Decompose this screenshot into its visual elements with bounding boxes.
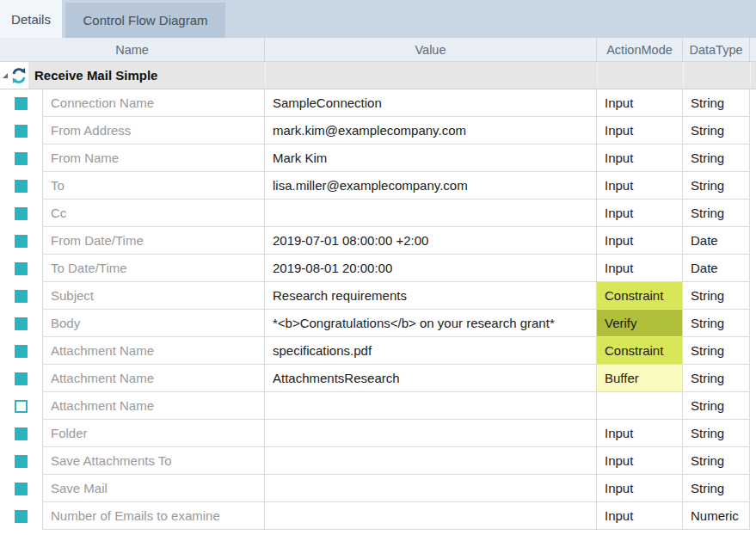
name-cell: To <box>43 172 265 200</box>
actionmode-cell[interactable]: Input <box>597 475 683 502</box>
row-checkbox[interactable] <box>15 427 28 440</box>
table-row[interactable]: Attachment Name AttachmentsResearch Buff… <box>0 365 756 392</box>
table-row[interactable]: Attachment Name specifications.pdf Const… <box>0 337 756 365</box>
name-cell: Attachment Name <box>43 365 265 392</box>
row-gutter <box>0 447 43 475</box>
actionmode-cell[interactable]: Input <box>597 447 683 475</box>
row-checkbox[interactable] <box>15 207 28 220</box>
tab-control-flow-diagram[interactable]: Control Flow Diagram <box>65 3 225 38</box>
name-cell: Subject <box>43 282 265 310</box>
table-row[interactable]: Attachment Name String <box>0 392 756 420</box>
grid-header: Name Value ActionMode DataType <box>0 38 756 62</box>
tab-details[interactable]: Details <box>0 0 62 38</box>
table-row[interactable]: From Date/Time 2019-07-01 08:00:00 +2:00… <box>0 227 756 255</box>
row-gutter <box>0 337 43 365</box>
table-row[interactable]: Connection Name SampleConnection Input S… <box>0 89 756 117</box>
row-spacer <box>750 475 756 502</box>
actionmode-cell[interactable]: Constraint <box>597 282 683 310</box>
value-cell[interactable] <box>265 475 597 502</box>
table-row[interactable]: To Date/Time 2019-08-01 20:00:00 Input D… <box>0 255 756 282</box>
actionmode-cell[interactable]: Verify <box>597 310 683 337</box>
value-cell[interactable]: 2019-07-01 08:00:00 +2:00 <box>265 227 597 255</box>
row-gutter <box>0 117 43 145</box>
row-checkbox[interactable] <box>15 317 28 330</box>
actionmode-cell[interactable]: Input <box>597 420 683 447</box>
table-row[interactable]: Subject Research requirements Constraint… <box>0 282 756 310</box>
row-checkbox[interactable] <box>15 290 28 303</box>
actionmode-cell[interactable]: Input <box>597 89 683 117</box>
group-row-receive-mail-simple[interactable]: Receive Mail Simple <box>0 62 756 89</box>
actionmode-cell[interactable]: Input <box>597 227 683 255</box>
value-cell[interactable] <box>265 447 597 475</box>
row-checkbox[interactable] <box>15 345 28 358</box>
value-cell[interactable] <box>265 502 597 530</box>
actionmode-cell[interactable]: Input <box>597 145 683 172</box>
row-checkbox[interactable] <box>15 125 28 138</box>
name-cell: Number of Emails to examine <box>43 502 265 530</box>
row-checkbox[interactable] <box>15 455 28 468</box>
row-spacer <box>750 172 756 200</box>
column-header-value-label: Value <box>415 43 446 57</box>
row-checkbox[interactable] <box>15 510 28 523</box>
value-cell[interactable]: lisa.miller@examplecompany.com <box>265 172 597 200</box>
tab-details-label: Details <box>11 12 51 27</box>
row-checkbox[interactable] <box>15 97 28 110</box>
value-cell[interactable] <box>265 200 597 227</box>
refresh-icon <box>10 67 28 84</box>
value-cell[interactable]: *<b>Congratulations</b> on your research… <box>265 310 597 337</box>
table-row[interactable]: From Address mark.kim@examplecompany.com… <box>0 117 756 145</box>
actionmode-cell[interactable] <box>597 392 683 420</box>
table-row[interactable]: Body *<b>Congratulations</b> on your res… <box>0 310 756 337</box>
table-row[interactable]: Folder Input String <box>0 420 756 447</box>
group-row-title-label: Receive Mail Simple <box>34 68 157 83</box>
row-checkbox[interactable] <box>15 372 28 385</box>
row-checkbox[interactable] <box>15 483 28 495</box>
value-cell[interactable] <box>265 392 597 420</box>
group-row-title: Receive Mail Simple <box>28 62 265 89</box>
row-checkbox[interactable] <box>15 152 28 165</box>
table-row[interactable]: Save Mail Input String <box>0 475 756 502</box>
row-checkbox[interactable] <box>15 235 28 248</box>
expander-expanded-icon[interactable] <box>2 72 9 79</box>
value-cell[interactable]: specifications.pdf <box>265 337 597 365</box>
group-row-value-cell <box>265 62 597 89</box>
actionmode-cell[interactable]: Input <box>597 200 683 227</box>
name-cell: To Date/Time <box>43 255 265 282</box>
value-cell[interactable]: Mark Kim <box>265 145 597 172</box>
row-gutter <box>0 200 43 227</box>
table-row[interactable]: Save Attachments To Input String <box>0 447 756 475</box>
value-cell[interactable]: mark.kim@examplecompany.com <box>265 117 597 145</box>
row-gutter <box>0 89 43 117</box>
table-row[interactable]: Number of Emails to examine Input Numeri… <box>0 502 756 530</box>
row-spacer <box>750 502 756 530</box>
actionmode-cell[interactable]: Input <box>597 172 683 200</box>
row-spacer <box>750 447 756 475</box>
table-row[interactable]: To lisa.miller@examplecompany.com Input … <box>0 172 756 200</box>
column-header-actionmode: ActionMode <box>597 38 683 61</box>
value-cell[interactable] <box>265 420 597 447</box>
actionmode-cell[interactable]: Input <box>597 117 683 145</box>
name-cell: Save Attachments To <box>43 447 265 475</box>
actionmode-cell[interactable]: Buffer <box>597 365 683 392</box>
group-row-datatype-cell <box>683 62 750 89</box>
value-cell[interactable]: SampleConnection <box>265 89 597 117</box>
row-checkbox[interactable] <box>15 400 28 413</box>
value-cell[interactable]: AttachmentsResearch <box>265 365 597 392</box>
row-gutter <box>0 365 43 392</box>
table-row[interactable]: Cc Input String <box>0 200 756 227</box>
column-header-name-label: Name <box>115 43 149 57</box>
group-row-actionmode-cell <box>597 62 683 89</box>
row-checkbox[interactable] <box>15 262 28 275</box>
column-header-datatype: DataType <box>683 38 750 61</box>
datatype-cell: String <box>683 200 750 227</box>
table-row[interactable]: From Name Mark Kim Input String <box>0 145 756 172</box>
actionmode-cell[interactable]: Input <box>597 255 683 282</box>
tab-strip: Details Control Flow Diagram <box>0 0 756 38</box>
name-cell: Body <box>43 310 265 337</box>
value-cell[interactable]: Research requirements <box>265 282 597 310</box>
actionmode-cell[interactable]: Input <box>597 502 683 530</box>
value-cell[interactable]: 2019-08-01 20:00:00 <box>265 255 597 282</box>
column-header-datatype-label: DataType <box>689 43 742 57</box>
row-checkbox[interactable] <box>15 180 28 193</box>
actionmode-cell[interactable]: Constraint <box>597 337 683 365</box>
